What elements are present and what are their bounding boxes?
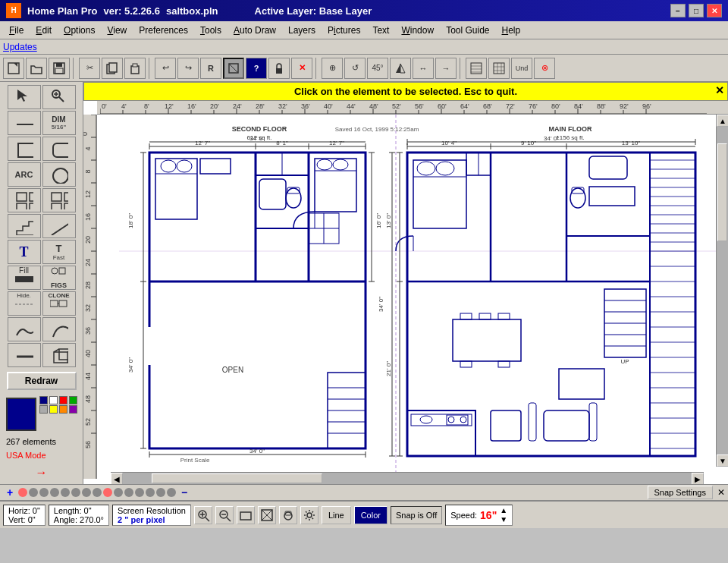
scroll-left-button[interactable]: ◀ <box>111 473 123 484</box>
snap-zoom-out[interactable]: − <box>177 486 191 499</box>
tb-help[interactable]: ? <box>246 58 267 79</box>
tool-dotgrid[interactable] <box>42 188 76 212</box>
tb-cut[interactable]: ✂ <box>79 58 100 79</box>
tb-copy[interactable] <box>102 58 123 79</box>
tool-dim[interactable]: DIM 5/16" <box>42 111 76 135</box>
tb-lock[interactable] <box>268 58 290 79</box>
tool-clone[interactable]: CLONE <box>42 291 76 316</box>
snap-dot-active-1[interactable] <box>18 488 27 497</box>
snap-dot-10[interactable] <box>114 488 123 497</box>
tb-close[interactable]: ✕ <box>291 58 312 79</box>
menu-help[interactable]: Help <box>496 24 527 37</box>
redraw-button[interactable]: Redraw <box>7 372 77 390</box>
tb-open[interactable] <box>26 58 47 79</box>
vscroll-thumb[interactable] <box>717 143 727 242</box>
line-view-button[interactable]: Line <box>322 506 351 524</box>
drawing-canvas[interactable]: SECOND FLOOR 612 sq ft. Saved 16 Oct, 19… <box>111 115 728 479</box>
snap-dot-5[interactable] <box>61 488 70 497</box>
color-swatch-4[interactable] <box>69 396 77 404</box>
color-swatch-2[interactable] <box>49 396 58 404</box>
menu-window[interactable]: Window <box>395 24 440 37</box>
hscroll-thumb[interactable] <box>152 473 322 483</box>
tb-flip[interactable] <box>390 58 411 79</box>
tb-45[interactable]: 45° <box>367 58 388 79</box>
minimize-button[interactable]: − <box>670 4 686 17</box>
snap-dot-13[interactable] <box>146 488 155 497</box>
snap-dot-15[interactable] <box>167 488 176 497</box>
snap-dot-active-9[interactable] <box>103 488 112 497</box>
color-swatch-1[interactable] <box>39 396 48 404</box>
snap-dot-4[interactable] <box>50 488 59 497</box>
horizontal-scrollbar[interactable]: ◀ ▶ <box>111 472 704 484</box>
tool-rect[interactable] <box>8 137 41 161</box>
tb-nosnap[interactable]: ⊗ <box>534 58 555 79</box>
tb-redo[interactable]: ↪ <box>177 58 199 79</box>
menu-tools[interactable]: Tools <box>194 24 228 37</box>
close-button[interactable]: ✕ <box>707 4 722 17</box>
snap-dot-7[interactable] <box>82 488 91 497</box>
color-view-button[interactable]: Color <box>354 506 388 524</box>
tb-save[interactable] <box>49 58 70 79</box>
snap-dot-6[interactable] <box>71 488 80 497</box>
updates-label[interactable]: Updates <box>3 42 37 52</box>
tb-rotate[interactable]: ↺ <box>344 58 366 79</box>
zoom-rotate-button[interactable] <box>258 506 276 524</box>
tool-line[interactable] <box>8 111 41 135</box>
menu-preferences[interactable]: Preferences <box>133 24 194 37</box>
zoom-out-button[interactable] <box>215 506 234 524</box>
snap-close-button[interactable]: ✕ <box>717 487 725 498</box>
snap-dot-11[interactable] <box>124 488 133 497</box>
tool-box3d[interactable] <box>42 343 76 367</box>
scroll-up-button[interactable]: ▲ <box>717 115 728 127</box>
maximize-button[interactable]: □ <box>689 4 704 17</box>
color-swatch-5[interactable] <box>39 405 48 414</box>
tb-undo[interactable]: ↩ <box>155 58 176 79</box>
snap-dot-12[interactable] <box>135 488 144 497</box>
color-swatch-3[interactable] <box>59 396 67 404</box>
tool-circle[interactable] <box>42 162 76 187</box>
snap-settings-button[interactable]: Snap Settings <box>648 486 714 499</box>
color-swatch-7[interactable] <box>59 405 67 414</box>
snap-dot-3[interactable] <box>39 488 49 497</box>
snap-dot-8[interactable] <box>93 488 102 497</box>
tb-mirror[interactable]: ↔ <box>413 58 434 79</box>
zoom-camera-button[interactable] <box>279 506 297 524</box>
menu-toolguide[interactable]: Tool Guide <box>440 24 495 37</box>
speed-down-button[interactable]: ▼ <box>500 515 507 524</box>
snap-dot-2[interactable] <box>29 488 38 497</box>
tool-arc[interactable]: ARC <box>8 162 41 187</box>
tool-hline[interactable] <box>8 343 41 367</box>
menu-autodraw[interactable]: Auto Draw <box>228 24 282 37</box>
snap-zoom-in[interactable]: + <box>3 486 17 499</box>
tool-diagonal[interactable] <box>42 214 76 238</box>
menu-options[interactable]: Options <box>58 24 101 37</box>
color-swatch-8[interactable] <box>69 405 77 414</box>
tb-undo2[interactable]: Und <box>511 58 532 79</box>
tool-stair[interactable] <box>8 214 41 238</box>
vertical-scrollbar[interactable]: ▲ ▼ <box>716 115 728 467</box>
tool-zoom[interactable] <box>42 85 76 109</box>
snap-dot-14[interactable] <box>156 488 165 497</box>
menu-pictures[interactable]: Pictures <box>322 24 366 37</box>
tool-hide[interactable]: Hide. <box>8 291 41 316</box>
tb-new[interactable] <box>3 58 24 79</box>
instruction-close[interactable]: ✕ <box>715 84 724 96</box>
tb-hatch[interactable] <box>466 58 487 79</box>
tb-grid2[interactable] <box>488 58 510 79</box>
tb-r[interactable]: R <box>200 58 221 79</box>
tb-arrow[interactable]: → <box>435 58 457 79</box>
tool-select[interactable] <box>8 85 41 109</box>
tb-paste[interactable] <box>124 58 146 79</box>
tool-roundrect[interactable] <box>42 137 76 161</box>
menu-edit[interactable]: Edit <box>30 24 58 37</box>
color-box[interactable] <box>6 398 36 431</box>
menu-file[interactable]: File <box>3 24 30 37</box>
tool-figs[interactable]: FIGS <box>42 266 76 290</box>
menu-text[interactable]: Text <box>366 24 395 37</box>
tb-move[interactable]: ⊕ <box>322 58 343 79</box>
tool-curve[interactable] <box>42 317 76 341</box>
zoom-gear-button[interactable] <box>300 506 318 524</box>
menu-view[interactable]: View <box>101 24 133 37</box>
tool-wave[interactable] <box>8 317 41 341</box>
tool-fasttext[interactable]: T Fast <box>42 240 76 264</box>
